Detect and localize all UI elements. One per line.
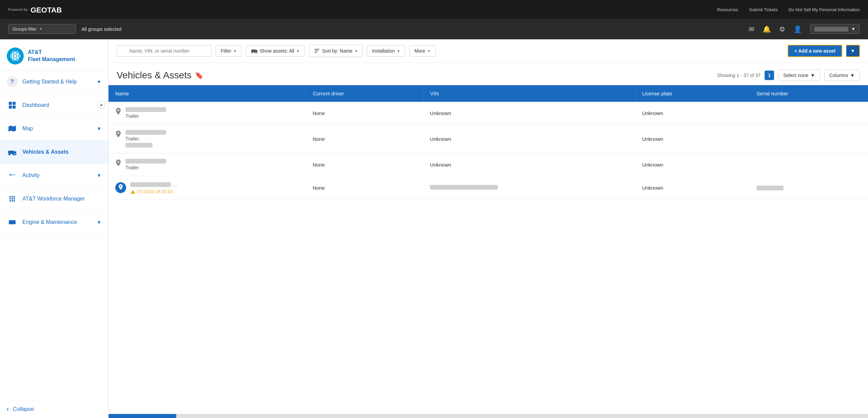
add-asset-button[interactable]: + Add a new asset bbox=[788, 45, 842, 57]
show-assets-label: Show assets: All bbox=[260, 48, 294, 54]
pin-icon bbox=[115, 108, 121, 118]
sidebar-item-label: AT&T Workforce Manager bbox=[22, 196, 101, 202]
sidebar-item-label: Map bbox=[22, 126, 92, 132]
blurred-name bbox=[125, 107, 166, 112]
sidebar-item-label: Activity bbox=[22, 172, 92, 178]
collapse-label: Collapse bbox=[13, 406, 34, 412]
sidebar: AT&T Fleet Management ▲ ? Getting Starte… bbox=[0, 39, 108, 418]
mail-icon[interactable]: ✉ bbox=[749, 25, 754, 33]
installation-label: Installation bbox=[372, 48, 395, 54]
scrollbar-thumb[interactable] bbox=[108, 414, 176, 418]
sidebar-item-label: Dashboard bbox=[22, 102, 101, 108]
add-asset-dropdown-button[interactable]: ▼ bbox=[846, 45, 860, 57]
blurred-serial bbox=[756, 186, 784, 190]
horizontal-scrollbar[interactable] bbox=[108, 414, 868, 418]
dashboard-icon bbox=[7, 100, 18, 111]
geotab-logo: GEOTAB bbox=[31, 4, 71, 15]
user-icon[interactable]: 👤 bbox=[793, 25, 802, 33]
sidebar-chevron-icon: ▼ bbox=[97, 126, 101, 131]
table-row[interactable]: Trailer, None Unknown Unknown bbox=[108, 125, 868, 153]
svg-rect-18 bbox=[251, 50, 256, 52]
blurred-name bbox=[130, 182, 171, 187]
sidebar-item-map[interactable]: Map ▼ bbox=[0, 117, 108, 140]
installation-button[interactable]: Installation ▼ bbox=[367, 45, 405, 57]
app-name: AT&T Fleet Management bbox=[28, 49, 75, 63]
main-layout: AT&T Fleet Management ▲ ? Getting Starte… bbox=[0, 39, 868, 418]
svg-point-14 bbox=[15, 154, 17, 155]
user-menu-button[interactable]: ▼ bbox=[810, 24, 860, 34]
content-area: 🔍 Filter ▼ Show assets: All bbox=[108, 39, 868, 418]
top-bar-links: Resources Submit Tickets Do Not Sell My … bbox=[717, 7, 860, 12]
asset-name: Trailer bbox=[125, 159, 166, 170]
filter-label: Filter bbox=[221, 48, 231, 54]
serial-cell bbox=[750, 176, 868, 200]
sidebar-item-att-workforce[interactable]: AT&T Workforce Manager bbox=[0, 187, 108, 211]
serial-cell bbox=[750, 153, 868, 176]
sidebar-item-label: Vehicles & Assets bbox=[22, 149, 101, 155]
vin-cell bbox=[423, 176, 635, 200]
svg-point-5 bbox=[14, 55, 17, 57]
columns-label: Columns bbox=[829, 73, 848, 78]
col-serial: Serial number bbox=[750, 85, 868, 102]
resources-link[interactable]: Resources bbox=[717, 7, 738, 12]
table-row[interactable]: Trailer None Unknown Unknown bbox=[108, 153, 868, 176]
columns-button[interactable]: Columns ▼ bbox=[824, 70, 860, 81]
svg-point-17 bbox=[13, 221, 15, 223]
svg-point-12 bbox=[8, 153, 11, 155]
table-body: Trailer None Unknown Unknown bbox=[108, 102, 868, 200]
sort-chevron-icon: ▼ bbox=[354, 49, 358, 53]
svg-point-21 bbox=[254, 52, 256, 53]
collapse-button[interactable]: ‹ Collapse bbox=[0, 400, 108, 418]
gear-icon[interactable]: ⚙ bbox=[779, 25, 785, 33]
sidebar-scroll-up-button[interactable]: ▲ bbox=[97, 100, 105, 109]
groups-filter-label: Groups filter bbox=[13, 26, 37, 32]
active-pin-icon bbox=[115, 182, 126, 193]
groups-filter-button[interactable]: Groups filter ▼ bbox=[8, 24, 76, 34]
engine-icon bbox=[7, 217, 18, 228]
submit-tickets-link[interactable]: Submit Tickets bbox=[749, 7, 778, 12]
truck-icon bbox=[251, 48, 258, 54]
svg-point-20 bbox=[252, 52, 253, 53]
sidebar-item-label: Getting Started & Help bbox=[22, 79, 92, 85]
page-title: Vehicles & Assets bbox=[117, 70, 192, 81]
select-none-button[interactable]: Select none ▼ bbox=[778, 70, 820, 81]
user-menu-chevron-icon: ▼ bbox=[851, 26, 855, 32]
page-title-area: Vehicles & Assets 🔖 bbox=[117, 70, 203, 81]
table-row[interactable]: Trailer None Unknown Unknown bbox=[108, 102, 868, 125]
show-assets-button[interactable]: Show assets: All ▼ bbox=[246, 45, 305, 57]
powered-by-text: Powered by bbox=[8, 7, 28, 12]
svg-marker-19 bbox=[256, 50, 257, 52]
vehicles-table: Name Current driver VIN License plate Se… bbox=[108, 85, 868, 200]
driver-cell: None bbox=[306, 102, 423, 125]
sort-by-button[interactable]: Sort by: Name ▼ bbox=[309, 45, 363, 57]
filter-bar-icons: ✉ 🔔 ⚙ 👤 ▼ bbox=[749, 24, 860, 34]
activity-icon bbox=[7, 170, 18, 181]
toolbar: 🔍 Filter ▼ Show assets: All bbox=[108, 39, 868, 63]
sidebar-item-getting-started[interactable]: ? Getting Started & Help ▼ bbox=[0, 70, 108, 94]
warning-icon: ! bbox=[130, 189, 136, 194]
sidebar-chevron-icon: ▼ bbox=[97, 79, 101, 84]
pin-icon bbox=[115, 159, 121, 169]
do-not-sell-link[interactable]: Do Not Sell My Personal Information bbox=[789, 7, 860, 12]
filter-bar: Groups filter ▼ All groups selected ✉ 🔔 … bbox=[0, 19, 868, 39]
search-input[interactable] bbox=[117, 45, 212, 57]
sort-by-text: Sort by: Name bbox=[322, 48, 353, 54]
more-button[interactable]: More ▼ bbox=[409, 45, 436, 57]
sidebar-item-engine-maintenance[interactable]: Engine & Maintenance ▼ bbox=[0, 211, 108, 234]
bell-icon[interactable]: 🔔 bbox=[763, 25, 771, 33]
table-row[interactable]: ... ! 07/10/23 18:25:53 None bbox=[108, 176, 868, 200]
sidebar-item-dashboard[interactable]: Dashboard bbox=[0, 94, 108, 117]
logo-area: Powered by GEOTAB bbox=[8, 4, 71, 15]
col-vin: VIN bbox=[423, 85, 635, 102]
page-number-badge[interactable]: 1 bbox=[765, 71, 774, 80]
showing-count-text: Showing 1 - 37 of 37 bbox=[717, 73, 761, 78]
filter-chevron-icon: ▼ bbox=[233, 49, 237, 53]
more-dots-icon: ... bbox=[173, 182, 177, 188]
filter-button[interactable]: Filter ▼ bbox=[216, 45, 242, 57]
sidebar-item-vehicles-assets[interactable]: Vehicles & Assets bbox=[0, 140, 108, 164]
sidebar-item-activity[interactable]: Activity ▼ bbox=[0, 164, 108, 187]
workforce-icon bbox=[7, 193, 18, 204]
table-header: Name Current driver VIN License plate Se… bbox=[108, 85, 868, 102]
blurred-name-2 bbox=[125, 143, 153, 148]
bookmark-icon[interactable]: 🔖 bbox=[195, 71, 203, 79]
